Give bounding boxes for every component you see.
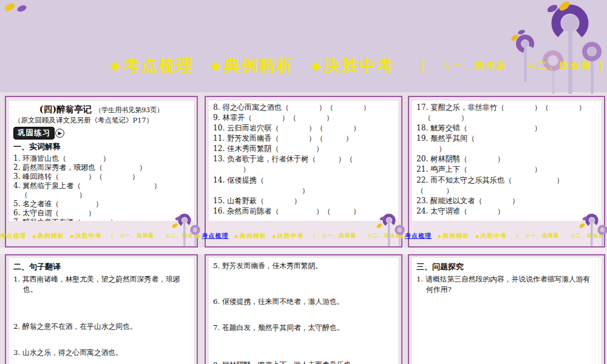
sentence-items-5to8: 5. 野芳发而幽香，佳木秀而繁阴。6. 伛偻提携，往来而不绝者，滁人游也。7. …	[213, 261, 394, 364]
list-item: 6. 伛偻提携，往来而不绝者，滁人游也。	[213, 297, 394, 307]
footer-nav-label-active: 考点梳理	[405, 232, 432, 240]
list-item: 6. 太守自谓（ ）	[13, 209, 189, 218]
list-item: 12. 佳木秀而繁阴（ ）	[213, 144, 394, 154]
play-icon[interactable]: ▶	[55, 129, 64, 138]
footer-nav-kaodianshuli[interactable]: ◆考点梳理	[0, 232, 27, 240]
lesson-title-text: (四)醉翁亭记	[39, 104, 92, 114]
diamond-icon: ◆	[273, 234, 277, 239]
list-item: 22. 而不知太守之乐其乐也（ ）（ ）	[416, 175, 597, 196]
list-item: 3. 山水之乐，得之心而寓之酒也。	[13, 348, 189, 358]
nav-sub-xuanzeti[interactable]: ◎一、选择题	[443, 60, 507, 72]
header-nav: ◆ 考点梳理 ◆ 典例精析 ◆ 决胜中考 （ ◎一、选择题 ◎二、综合题 ）	[110, 55, 607, 76]
list-item: 16. 杂然而前陈者（ ）（ ）	[213, 206, 394, 217]
diamond-icon: ◆	[110, 58, 120, 73]
footer-nav-jueshengzhongkao[interactable]: ◆决胜中考	[273, 232, 304, 240]
footer-nav-label: 典例精析	[443, 232, 469, 240]
footer-nav-label: 典例精析	[38, 232, 64, 240]
list-item: 23. 醒能述以文者（ ）	[416, 196, 597, 206]
list-item: 10. 云归而岩穴暝（ ）（ ）	[213, 123, 394, 133]
panel-content: 8. 得之心而寓之酒也（ ）（ ）9. 林霏开（ ）（ ）10. 云归而岩穴暝（…	[209, 101, 398, 221]
diamond-icon: ◆	[235, 234, 239, 239]
list-item: 2. 醉翁之意不在酒，在乎山水之间也。	[13, 322, 189, 332]
nav-item-dianlijingxi[interactable]: ◆ 典例精析	[211, 55, 294, 76]
footer-nav-label: 典例精析	[240, 232, 266, 240]
panel-word-explanations-2: 8. 得之心而寓之酒也（ ）（ ）9. 林霏开（ ）（ ）10. 云归而岩穴暝（…	[205, 96, 402, 248]
leaf-decoration-topleft	[1, 1, 33, 16]
list-item: 8. 树林阴翳，鸣声上下，游人去而禽鸟乐也。	[213, 360, 394, 364]
footer-nav-jueshengzhongkao[interactable]: ◆决胜中考	[70, 232, 102, 240]
list-item: 11. 野芳发而幽香（ ）（ ）	[213, 133, 394, 144]
word-items-8to16: 8. 得之心而寓之酒也（ ）（ ）9. 林霏开（ ）（ ）10. 云归而岩穴暝（…	[213, 103, 394, 217]
list-item: 5. 名之者谁（ ）	[13, 200, 189, 209]
list-item: 7. 苍颜白发，颓然乎其间者，太守醉也。	[213, 323, 394, 333]
list-item: 3. 峰回路转（ ）（ ）	[13, 172, 189, 181]
nav-label: 考点梳理	[123, 55, 194, 76]
panel-content: (四)醉翁亭记 （学生用书见第93页） （原文回顾及译文见另册《考点笔记》P17…	[9, 101, 194, 221]
list-item: 17. 宴酣之乐，非丝非竹（ ）（ ） （ ）	[416, 103, 597, 123]
panel-content: 三、问题探究 1. 请概括第三自然段的内容，并说说作者描写滁人游有何作用?	[412, 258, 601, 364]
list-item: 14. 伛偻提携（ ）	[213, 175, 394, 196]
list-item: 13. 负者歌于途，行者休于树（ ）（ ）	[213, 154, 394, 175]
footer-nav-dianlijingxi[interactable]: ◆典例精析	[438, 232, 469, 240]
diamond-icon: ◆	[70, 234, 75, 239]
panel-content: 二、句子翻译 1. 其西南诸峰，林壑尤美，望之蔚然而深秀者，琅琊也。2. 醉翁之…	[9, 258, 194, 364]
footer-nav-jueshengzhongkao[interactable]: ◆决胜中考	[475, 232, 507, 240]
lesson-title: (四)醉翁亭记 （学生用书见第93页）	[13, 104, 189, 115]
panel-content: 5. 野芳发而幽香，佳木秀而繁阴。6. 伛偻提携，往来而不绝者，滁人游也。7. …	[209, 258, 398, 364]
panel-content: 17. 宴酣之乐，非丝非竹（ ）（ ） （ ）18. 觥筹交错（ ）19. 颓然…	[412, 101, 601, 221]
footer-nav-dianlijingxi[interactable]: ◆典例精析	[33, 232, 64, 240]
dandelion-decoration-topright	[503, 0, 607, 94]
nav-item-kaodianshuli[interactable]: ◆ 考点梳理	[110, 55, 194, 76]
list-item: 1. 请概括第三自然段的内容，并说说作者描写滁人游有何作用?	[416, 274, 597, 295]
dandelion-decoration-corner	[575, 212, 607, 246]
slide: ◆ 考点梳理 ◆ 典例精析 ◆ 决胜中考 （ ◎一、选择题 ◎二、综合题 ） (…	[0, 0, 607, 364]
footer-nav-dianlijingxi[interactable]: ◆典例精析	[235, 232, 266, 240]
footer-nav-label-active: 考点梳理	[202, 232, 229, 240]
row-gap	[0, 248, 607, 254]
diamond-icon: ◆	[475, 234, 480, 239]
list-item: 2. 蔚然而深秀者，琅琊也（ ）	[13, 163, 189, 172]
panel-sentence-translation-2: 5. 野芳发而幽香，佳木秀而繁阴。6. 伛偻提携，往来而不绝者，滁人游也。7. …	[205, 254, 402, 364]
list-item: 4. 翼然临于泉上者（ ） （ ）	[13, 181, 189, 200]
diamond-icon: ◆	[438, 234, 442, 239]
list-item: 24. 太守谓谁（ ）	[416, 206, 597, 217]
diamond-icon: ◆	[211, 58, 220, 73]
sentence-items-1to4: 1. 其西南诸峰，林壑尤美，望之蔚然而深秀者，琅琊也。2. 醉翁之意不在酒，在乎…	[13, 274, 189, 364]
section-heading-wenti: 三、问题探究	[416, 261, 597, 272]
list-item: 21. 鸣声上下（ ）	[416, 164, 597, 175]
nav-item-jueshengzhongkao[interactable]: ◆ 决胜中考	[311, 55, 394, 76]
badge-row: 巩固练习 ▶	[13, 127, 189, 140]
diamond-icon: ◆	[33, 234, 37, 239]
nav-label: 决胜中考	[324, 55, 394, 76]
list-item: 1. 其西南诸峰，林壑尤美，望之蔚然而深秀者，琅琊也。	[13, 274, 189, 295]
panel-word-explanations-1: (四)醉翁亭记 （学生用书见第93页） （原文回顾及译文见另册《考点笔记》P17…	[5, 96, 198, 248]
lesson-subtitle: （原文回顾及译文见另册《考点笔记》P17）	[14, 116, 189, 125]
list-item: 19. 颓然乎其间（ ）	[416, 133, 597, 154]
list-item: 9. 林霏开（ ）（ ）	[213, 113, 394, 123]
list-item: 7. 醉翁之意不在酒（ ）	[13, 218, 189, 221]
gonggu-lianxi-badge[interactable]: 巩固练习	[13, 127, 55, 140]
footer-nav-kaodianshuli[interactable]: ◆考点梳理	[197, 232, 228, 240]
nav-sub-zongheti[interactable]: ◎二、综合题	[528, 60, 592, 72]
diamond-icon: ◆	[197, 234, 201, 239]
footer-nav-kaodianshuli[interactable]: ◆考点梳理	[400, 232, 432, 240]
panel-sentence-translation-1: 二、句子翻译 1. 其西南诸峰，林壑尤美，望之蔚然而深秀者，琅琊也。2. 醉翁之…	[5, 254, 198, 364]
footer-nav-label: 决胜中考	[480, 232, 507, 240]
nav-label: 典例精析	[223, 55, 294, 76]
paren-open: （	[412, 56, 426, 75]
diamond-icon: ◆	[311, 58, 320, 73]
section-heading-juzi: 二、句子翻译	[13, 261, 189, 272]
panel-word-explanations-3: 17. 宴酣之乐，非丝非竹（ ）（ ） （ ）18. 觥筹交错（ ）19. 颓然…	[408, 96, 605, 248]
question-items: 1. 请概括第三自然段的内容，并说说作者描写滁人游有何作用?	[416, 274, 597, 295]
word-items-1to7: 1. 环滁皆山也（ ）2. 蔚然而深秀者，琅琊也（ ）3. 峰回路转（ ）（ ）…	[13, 154, 189, 221]
word-items-17to24: 17. 宴酣之乐，非丝非竹（ ）（ ） （ ）18. 觥筹交错（ ）19. 颓然…	[416, 103, 597, 217]
dandelion-decoration-corner	[372, 212, 406, 246]
section-heading-shici: 一、实词解释	[13, 141, 189, 152]
lesson-title-note: （学生用书见第93页）	[95, 106, 163, 114]
footer-nav-label: 考点梳理	[0, 232, 27, 240]
list-item: 15. 山肴野蔌（ ）	[213, 196, 394, 206]
list-item: 5. 野芳发而幽香，佳木秀而繁阴。	[213, 261, 394, 271]
panel-question-exploration: 三、问题探究 1. 请概括第三自然段的内容，并说说作者描写滁人游有何作用?	[408, 254, 605, 364]
dandelion-decoration-corner	[168, 212, 202, 246]
diamond-icon: ◆	[400, 234, 404, 239]
